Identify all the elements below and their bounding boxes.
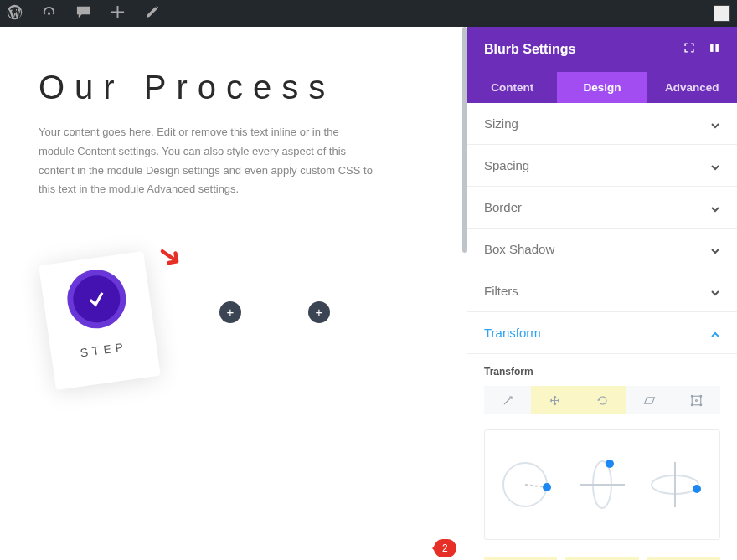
comment-icon[interactable] [75,4,91,23]
svg-point-7 [696,399,698,401]
avatar[interactable] [714,5,730,22]
transform-translate-tab[interactable] [531,386,578,414]
chevron-down-icon [710,119,720,129]
rotate-y-value[interactable]: -10deg [565,557,638,560]
svg-point-13 [606,460,614,468]
section-box-shadow[interactable]: Box Shadow [467,229,737,270]
transform-type-tabs [484,386,720,414]
section-spacing[interactable]: Spacing [467,145,737,187]
preview-pane: Our Process Your content goes here. Edit… [0,27,467,560]
chevron-up-icon [710,328,720,338]
wp-admin-bar [0,0,737,27]
svg-point-10 [543,483,551,491]
panel-title: Blurb Settings [484,42,575,57]
chevron-down-icon [710,203,720,213]
svg-rect-1 [715,44,719,52]
svg-rect-0 [710,44,714,52]
chevron-down-icon [710,286,720,296]
expand-icon[interactable] [709,42,720,57]
transform-label: Transform [484,366,720,378]
transform-rotate-tab[interactable] [579,386,626,414]
add-module-button[interactable]: + [308,301,330,323]
tab-content[interactable]: Content [467,72,557,103]
svg-point-16 [693,485,701,493]
wp-logo-icon[interactable] [7,4,23,23]
pencil-icon[interactable] [144,4,160,23]
transform-scale-tab[interactable] [484,386,531,414]
blurb-card[interactable]: STEP [39,251,161,390]
check-circle-icon [64,266,130,332]
scrollbar[interactable] [462,27,467,253]
rotate-x-value[interactable]: 31deg [647,557,720,560]
rotate-z-control[interactable] [498,455,560,514]
transform-skew-tab[interactable] [626,386,673,414]
snap-icon[interactable] [683,42,695,57]
section-transform[interactable]: Transform [467,312,737,354]
svg-rect-2 [693,396,702,405]
page-heading[interactable]: Our Process [39,69,429,106]
tab-design[interactable]: Design [557,72,647,103]
plus-icon[interactable] [110,4,126,23]
section-filters[interactable]: Filters [467,270,737,312]
add-module-button[interactable]: + [219,301,241,323]
dashboard-icon[interactable] [41,4,57,23]
transform-origin-tab[interactable] [673,386,720,414]
tab-advanced[interactable]: Advanced [647,72,737,103]
rotate-z-value[interactable]: -3deg [484,557,557,560]
chevron-down-icon [710,244,720,254]
transform-content: Transform [467,354,737,560]
section-sizing[interactable]: Sizing [467,103,737,145]
card-label: STEP [50,336,157,363]
page-body[interactable]: Your content goes here. Edit or remove t… [39,123,374,199]
annotation-pin-2: 2 [434,539,456,557]
rotate-x-control[interactable] [644,455,706,514]
chevron-down-icon [710,161,720,171]
section-border[interactable]: Border [467,187,737,229]
rotate-y-control[interactable] [571,455,633,514]
settings-panel: Blurb Settings Content Design Advanced S… [467,27,737,560]
